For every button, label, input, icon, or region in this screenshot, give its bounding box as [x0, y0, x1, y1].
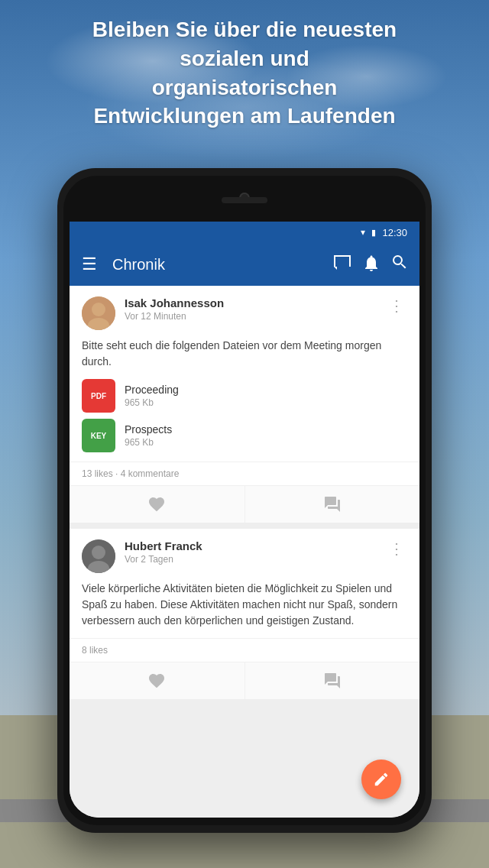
file-info: Prospects 965 Kb — [125, 423, 172, 448]
post-stats: 13 likes · 4 kommentare — [70, 462, 419, 485]
headline-line3: organisatorischen — [152, 76, 338, 99]
phone-frame: ▾ ▮ 12:30 ☰ Chronik — [57, 168, 432, 833]
status-bar: ▾ ▮ 12:30 — [70, 222, 419, 243]
comment-button[interactable] — [245, 662, 420, 699]
headline-line1: Bleiben Sie über die neuesten — [92, 18, 397, 41]
pdf-badge: PDF — [82, 379, 115, 413]
file-item-key[interactable]: KEY Prospects 965 Kb — [82, 419, 407, 452]
avatar — [82, 539, 115, 573]
post-user-info: Hubert Franck Vor 2 Tagen — [125, 539, 377, 565]
post-card: Hubert Franck Vor 2 Tagen ⋮ Viele körper… — [70, 529, 419, 699]
post-menu-icon[interactable]: ⋮ — [386, 539, 407, 558]
post-header: Isak Johannesson Vor 12 Minuten ⋮ — [70, 286, 419, 338]
file-size: 965 Kb — [125, 397, 179, 408]
battery-icon: ▮ — [371, 228, 376, 238]
post-text: Bitte seht euch die folgenden Dateien vo… — [70, 338, 419, 379]
file-size: 965 Kb — [125, 437, 172, 448]
post-time: Vor 2 Tagen — [125, 554, 377, 565]
like-button[interactable] — [70, 662, 245, 699]
phone-speaker — [222, 197, 267, 203]
comment-button[interactable] — [245, 486, 420, 523]
menu-icon[interactable]: ☰ — [82, 254, 97, 274]
avatar — [82, 296, 115, 330]
fab-compose-button[interactable] — [361, 760, 401, 799]
headline-line2: sozialen und — [180, 47, 309, 70]
app-bar: ☰ Chronik — [70, 243, 419, 286]
post-menu-icon[interactable]: ⋮ — [386, 296, 407, 315]
action-icons — [334, 254, 407, 275]
wifi-icon: ▾ — [361, 227, 365, 238]
key-badge: KEY — [82, 419, 115, 452]
file-info: Proceeding 965 Kb — [125, 384, 179, 408]
chat-icon[interactable] — [334, 255, 351, 274]
attachments: PDF Proceeding 965 Kb KEY — [70, 379, 419, 462]
file-name: Prospects — [125, 423, 172, 436]
feed: Isak Johannesson Vor 12 Minuten ⋮ Bitte … — [70, 286, 419, 818]
screen: ▾ ▮ 12:30 ☰ Chronik — [70, 222, 419, 818]
post-username: Hubert Franck — [125, 539, 377, 552]
svg-point-1 — [92, 303, 105, 316]
phone-inner: ▾ ▮ 12:30 ☰ Chronik — [63, 176, 426, 825]
headline-text: Bleiben Sie über die neuesten sozialen u… — [0, 15, 489, 131]
post-user-info: Isak Johannesson Vor 12 Minuten — [125, 296, 377, 322]
status-time: 12:30 — [382, 227, 407, 238]
app-title: Chronik — [112, 256, 325, 274]
file-name: Proceeding — [125, 384, 179, 396]
file-item-pdf[interactable]: PDF Proceeding 965 Kb — [82, 379, 407, 413]
post-card: Isak Johannesson Vor 12 Minuten ⋮ Bitte … — [70, 286, 419, 523]
bell-icon[interactable] — [364, 254, 378, 275]
post-time: Vor 12 Minuten — [125, 311, 377, 322]
search-icon[interactable] — [392, 255, 407, 274]
post-username: Isak Johannesson — [125, 296, 377, 309]
post-actions — [70, 485, 419, 523]
like-button[interactable] — [70, 486, 245, 523]
post-actions — [70, 662, 419, 699]
post-header: Hubert Franck Vor 2 Tagen ⋮ — [70, 529, 419, 581]
post-text: Viele körperliche Aktivitäten bieten die… — [70, 581, 419, 638]
headline-line4: Entwicklungen am Laufenden — [93, 104, 395, 128]
post-stats: 8 likes — [70, 638, 419, 662]
svg-point-4 — [92, 546, 105, 559]
